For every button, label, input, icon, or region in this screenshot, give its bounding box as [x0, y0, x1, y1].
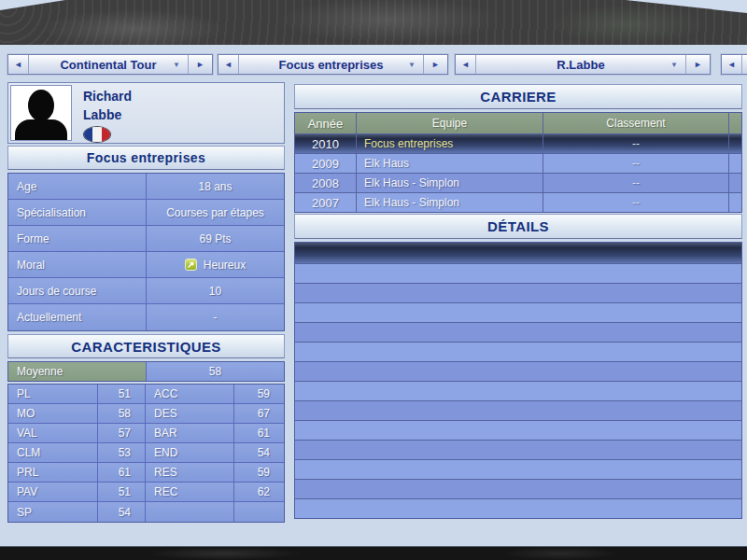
career-row[interactable]: 2009 Elk Haus -- [295, 153, 741, 173]
details-empty-row [295, 479, 741, 498]
prev-arrow-icon[interactable]: ◄ [8, 55, 29, 74]
details-empty-row [295, 361, 741, 381]
next-arrow-icon[interactable]: ► [685, 55, 710, 74]
player-name: Richard Labbe [83, 87, 132, 124]
prev-arrow-icon[interactable]: ◄ [456, 55, 476, 74]
nav-selector-competition-label: Continental Tour [60, 58, 156, 72]
next-arrow-icon[interactable]: ► [423, 55, 447, 74]
stat-value: 54 [234, 443, 284, 462]
player-card: Richard Labbe [7, 82, 285, 144]
average-value: 58 [147, 362, 284, 381]
attribute-row: Moral ↗ Heureux [8, 252, 284, 278]
stat-value: 59 [234, 385, 284, 403]
nav-selector-team-label-cell[interactable]: Focus entreprises ▼ [239, 55, 423, 74]
stat-row: PAV 51 REC 62 [8, 483, 284, 502]
career-column-ranking: Classement [543, 113, 729, 133]
stat-value: 58 [98, 404, 146, 423]
career-ranking: -- [543, 134, 729, 153]
chevron-down-icon[interactable]: ▼ [408, 61, 416, 69]
player-silhouette-icon [15, 119, 67, 141]
career-team: Focus entreprises [357, 134, 543, 153]
stat-row: CLM 53 END 54 [8, 443, 284, 463]
player-photo [10, 85, 72, 141]
career-ranking: -- [543, 154, 729, 173]
career-scrollbar-column [729, 174, 741, 192]
background-sliver-left [0, 0, 65, 10]
career-year: 2008 [295, 174, 357, 192]
attribute-label: Age [8, 174, 147, 199]
details-empty-rows [294, 242, 742, 519]
nav-selector-rider-label: R.Labbe [557, 58, 604, 72]
attribute-row: Jours de course 10 [8, 278, 284, 304]
attribute-row: Age 18 ans [8, 174, 284, 200]
attribute-value: 18 ans [147, 174, 284, 199]
nav-selector-rider[interactable]: ◄ R.Labbe ▼ ► [455, 54, 711, 75]
attribute-value: 10 [147, 278, 284, 303]
nav-selector-competition-label-cell[interactable]: Continental Tour ▼ [29, 55, 188, 74]
prev-arrow-icon[interactable]: ◄ [218, 55, 239, 74]
nav-selector-team-label: Focus entreprises [279, 58, 384, 72]
average-row: Moyenne 58 [7, 361, 285, 382]
stat-value: 54 [98, 502, 146, 522]
details-empty-row [295, 263, 741, 283]
stat-row: VAL 57 BAR 61 [8, 424, 284, 443]
career-ranking: -- [543, 193, 729, 212]
stats-table: PL 51 ACC 59 MO 58 DES 67 VAL 57 BAR 61 … [7, 384, 285, 523]
stat-label: VAL [8, 424, 98, 442]
career-column-header-row: Année Equipe Classement [295, 113, 741, 133]
prev-arrow-icon[interactable]: ◄ [722, 55, 742, 74]
career-scrollbar-column [729, 134, 741, 153]
career-team: Elk Haus [357, 154, 543, 173]
career-scrollbar-column [729, 113, 741, 133]
stat-row: MO 58 DES 67 [8, 404, 284, 424]
player-last-name: Labbe [83, 105, 132, 124]
details-header: DÉTAILS [294, 214, 742, 239]
mood-up-icon: ↗ [185, 259, 197, 271]
attribute-label: Spécialisation [8, 200, 147, 225]
chevron-down-icon[interactable]: ▼ [173, 61, 180, 69]
attribute-label: Jours de course [8, 278, 147, 303]
career-year: 2007 [295, 193, 357, 212]
attribute-label: Moral [8, 252, 147, 277]
nav-selector-rider-label-cell[interactable]: R.Labbe ▼ [476, 55, 685, 74]
background-crowd-photo [0, 0, 747, 45]
attribute-row: Actuellement - [8, 304, 284, 330]
career-header: CARRIERE [294, 84, 742, 109]
details-empty-row [295, 302, 741, 322]
player-first-name: Richard [83, 87, 132, 105]
nav-selector-extra[interactable]: ◄ [721, 54, 747, 75]
stat-label: PL [8, 385, 98, 403]
stat-row: PRL 61 RES 59 [8, 463, 284, 483]
career-team: Elk Haus - Simplon [357, 174, 543, 192]
stat-row: SP 54 [8, 502, 284, 522]
nav-selector-team[interactable]: ◄ Focus entreprises ▼ ► [218, 54, 448, 75]
details-empty-row [295, 440, 741, 459]
career-column-team: Equipe [357, 113, 543, 133]
stat-value: 67 [234, 404, 284, 423]
background-bottom-strip [0, 546, 747, 560]
career-ranking: -- [543, 174, 729, 192]
stat-label: BAR [146, 424, 234, 442]
nav-selector-competition[interactable]: ◄ Continental Tour ▼ ► [7, 54, 213, 75]
career-year: 2009 [295, 154, 357, 173]
details-empty-row [295, 283, 741, 302]
details-empty-row [295, 498, 741, 518]
career-row[interactable]: 2008 Elk Haus - Simplon -- [295, 173, 741, 192]
stat-value: 51 [98, 385, 146, 403]
next-arrow-icon[interactable]: ► [188, 55, 212, 74]
career-row[interactable]: 2010 Focus entreprises -- [295, 133, 741, 153]
average-label: Moyenne [8, 362, 147, 381]
stat-value: 53 [98, 443, 146, 462]
details-empty-row [295, 420, 741, 440]
career-scrollbar-column [729, 154, 741, 173]
background-sliver-right [626, 0, 747, 13]
chevron-down-icon[interactable]: ▼ [670, 61, 678, 69]
details-empty-row [295, 459, 741, 479]
nav-selector-extra-label-cell[interactable] [742, 55, 747, 74]
stat-value: 59 [234, 463, 284, 482]
career-scrollbar-column [729, 193, 741, 212]
details-empty-row [295, 381, 741, 400]
stat-label: DES [146, 404, 234, 423]
attribute-label: Actuellement [8, 304, 147, 330]
career-row[interactable]: 2007 Elk Haus - Simplon -- [295, 192, 741, 212]
